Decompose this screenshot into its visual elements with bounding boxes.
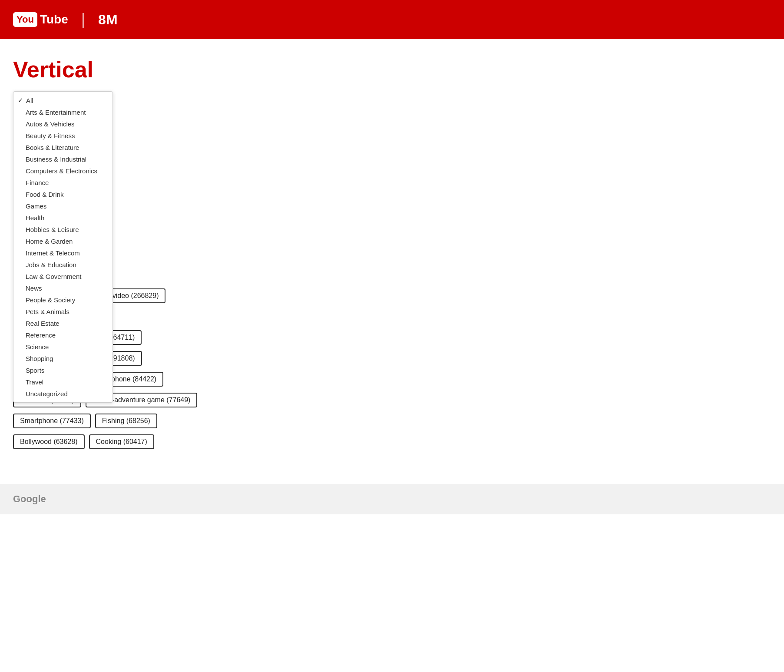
dropdown-item-label: Food & Drink bbox=[26, 191, 64, 198]
dropdown-item[interactable]: Business & Industrial bbox=[13, 153, 112, 165]
dropdown-item[interactable]: Home & Garden bbox=[13, 235, 112, 247]
dropdown-item[interactable]: Beauty & Fitness bbox=[13, 130, 112, 142]
header-8m-label: 8M bbox=[98, 12, 117, 28]
youtube-tube-text: Tube bbox=[40, 13, 68, 26]
youtube-you-icon: You bbox=[13, 12, 37, 27]
tags-row: Minecraft (79834)Action-adventure game (… bbox=[13, 393, 771, 407]
dropdown-item-label: Reference bbox=[26, 331, 56, 339]
dropdown-item-label: Books & Literature bbox=[26, 144, 79, 151]
dropdown-item-label: Computers & Electronics bbox=[26, 167, 97, 175]
dropdown-item[interactable]: Sports bbox=[13, 364, 112, 376]
dropdown-item[interactable]: Reference bbox=[13, 329, 112, 341]
dropdown-item-label: Law & Government bbox=[26, 273, 81, 280]
dropdown-item-label: Finance bbox=[26, 179, 49, 186]
tags-row: Fashion (88723)Mobile phone (84422) bbox=[13, 372, 771, 387]
dropdown-item-label: Games bbox=[26, 202, 46, 210]
header-logo: You Tube | 8M bbox=[13, 10, 118, 29]
dropdown-item-label: News bbox=[26, 285, 42, 292]
dropdown-item[interactable]: News bbox=[13, 282, 112, 294]
dropdown-item[interactable]: Finance bbox=[13, 177, 112, 189]
header: You Tube | 8M bbox=[0, 0, 784, 39]
page-title: Vertical bbox=[13, 56, 771, 83]
tag-item[interactable]: Cooking (60417) bbox=[89, 434, 154, 449]
dropdown-item[interactable]: Shopping bbox=[13, 353, 112, 364]
dropdown-item-label: Internet & Telecom bbox=[26, 249, 80, 257]
dropdown-item-label: People & Society bbox=[26, 296, 75, 304]
dropdown-item-label: Science bbox=[26, 343, 49, 351]
dropdown-item-label: Jobs & Education bbox=[26, 261, 76, 268]
tag-item[interactable]: Bollywood (63628) bbox=[13, 434, 85, 449]
dropdown-item[interactable]: Arts & Entertainment bbox=[13, 106, 112, 118]
dropdown-item-label: Beauty & Fitness bbox=[26, 132, 75, 139]
dropdown-item-label: All bbox=[26, 97, 33, 104]
dropdown-item[interactable]: Games bbox=[13, 200, 112, 212]
dropdown-item-label: Pets & Animals bbox=[26, 308, 69, 315]
dropdown-item[interactable]: Computers & Electronics bbox=[13, 165, 112, 177]
dropdown-item-label: Sports bbox=[26, 367, 44, 374]
header-divider: | bbox=[81, 10, 85, 29]
tag-item[interactable]: Fishing (68256) bbox=[95, 414, 157, 428]
dropdown-item-label: Autos & Vehicles bbox=[26, 120, 75, 128]
dropdown-item[interactable]: Uncategorized bbox=[13, 388, 112, 400]
dropdown-item-label: Health bbox=[26, 214, 44, 222]
dropdown-item[interactable]: Autos & Vehicles bbox=[13, 118, 112, 130]
tag-item[interactable]: Smartphone (77433) bbox=[13, 414, 91, 428]
tags-row: Bollywood (63628)Cooking (60417) bbox=[13, 434, 771, 449]
dropdown-item[interactable]: Science bbox=[13, 341, 112, 353]
youtube-logo: You Tube bbox=[13, 12, 68, 27]
dropdown-item-label: Arts & Entertainment bbox=[26, 109, 86, 116]
dropdown-item-label: Home & Garden bbox=[26, 238, 73, 245]
dropdown-item-label: Uncategorized bbox=[26, 390, 68, 397]
tags-row: Food (188044)Animal (164711) bbox=[13, 330, 771, 345]
dropdown-item[interactable]: Internet & Telecom bbox=[13, 247, 112, 259]
dropdown-item[interactable]: Hobbies & Leisure bbox=[13, 224, 112, 235]
dropdown-item[interactable]: Real Estate bbox=[13, 318, 112, 329]
dropdown-item[interactable]: Jobs & Education bbox=[13, 259, 112, 271]
dropdown-item-label: Real Estate bbox=[26, 320, 60, 327]
dropdown-item[interactable]: Food & Drink bbox=[13, 189, 112, 200]
dropdown-item-label: Hobbies & Leisure bbox=[26, 226, 79, 233]
dropdown-item[interactable]: Health bbox=[13, 212, 112, 224]
dropdown-item[interactable]: Travel bbox=[13, 376, 112, 388]
main-content: Vertical ✓ AllArts & EntertainmentAutos … bbox=[0, 39, 784, 467]
tags-row: Smartphone (77433)Fishing (68256) bbox=[13, 414, 771, 428]
dropdown-item-label: Business & Industrial bbox=[26, 156, 86, 163]
tags-row: Soccer (105288)Trailer (91808) bbox=[13, 351, 771, 366]
google-footer-label: Google bbox=[13, 493, 46, 505]
dropdown-item[interactable]: Pets & Animals bbox=[13, 306, 112, 318]
tags-area: Concert (386872)Music video (266829)Foot… bbox=[13, 288, 771, 449]
dropdown-item-label: Travel bbox=[26, 378, 43, 386]
dropdown-item-label: Shopping bbox=[26, 355, 53, 362]
dropdown-item[interactable]: ✓ All bbox=[13, 94, 112, 106]
dropdown-item[interactable]: Law & Government bbox=[13, 271, 112, 282]
dropdown-menu[interactable]: ✓ AllArts & EntertainmentAutos & Vehicle… bbox=[13, 91, 113, 403]
dropdown-item[interactable]: Books & Literature bbox=[13, 142, 112, 153]
tags-row: Concert (386872)Music video (266829) bbox=[13, 288, 771, 303]
dropdown-item[interactable]: People & Society bbox=[13, 294, 112, 306]
tags-row: Football (221721) bbox=[13, 309, 771, 324]
checkmark-icon: ✓ bbox=[18, 96, 23, 104]
footer: Google bbox=[0, 484, 784, 514]
